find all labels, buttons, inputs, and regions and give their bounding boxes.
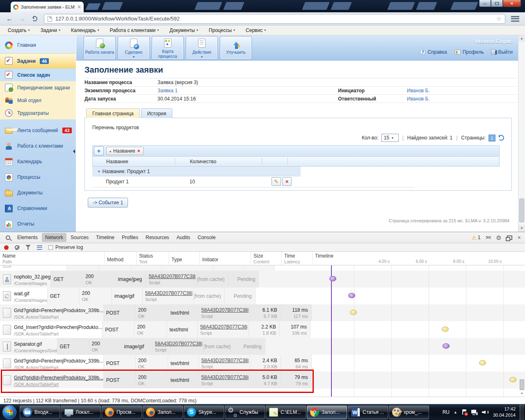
taskbar-button-firefox-1[interactable]: Просм... bbox=[102, 406, 142, 419]
collapse-group-icon[interactable]: ▾ bbox=[98, 169, 100, 173]
timeline-request-dot[interactable] bbox=[442, 326, 449, 332]
help-link[interactable]: ?Справка bbox=[420, 49, 447, 55]
taskbar-button-services[interactable]: Службы bbox=[225, 406, 265, 419]
taskbar-button-notepad[interactable]: C:\ELM... bbox=[266, 406, 306, 419]
scroll-up-icon[interactable]: ▲ bbox=[518, 35, 525, 42]
sidebar-section-tasks[interactable]: Задачи 46 bbox=[0, 53, 76, 68]
network-request-row-highlighted[interactable]: Grid?gridId=PerechenjProduktov_339b.../S… bbox=[0, 372, 525, 388]
sidebar-item-task-list[interactable]: Список задач bbox=[0, 68, 76, 81]
initiator-link[interactable]: 58A43D207B077C388... bbox=[201, 307, 249, 313]
devtools-tab-profiles[interactable]: Profiles bbox=[119, 233, 142, 242]
scroll-thumb[interactable] bbox=[519, 199, 524, 222]
instance-link[interactable]: Заявка 1 bbox=[158, 88, 178, 94]
sidebar-item-documents[interactable]: Документы bbox=[0, 185, 76, 201]
dock-side-icon[interactable] bbox=[507, 235, 512, 240]
actions-button[interactable]: Действия bbox=[186, 36, 218, 59]
sidebar-item-message-feed[interactable]: Лента сообщений 43 bbox=[0, 123, 76, 138]
warnings-indicator[interactable]: 1 bbox=[472, 235, 480, 241]
sidebar-item-references[interactable]: Справочники bbox=[0, 201, 76, 216]
column-header-name[interactable]: NamePath bbox=[0, 252, 105, 265]
volume-icon[interactable] bbox=[482, 409, 489, 415]
preserve-log-checkbox[interactable] bbox=[48, 245, 53, 250]
window-minimize-button[interactable]: — bbox=[479, 0, 491, 7]
devtools-tab-sources[interactable]: Sources bbox=[67, 233, 92, 242]
initiator-link[interactable]: 58A43D207B077C388... bbox=[145, 290, 192, 296]
devtools-tab-timeline[interactable]: Timeline bbox=[93, 233, 118, 242]
filter-icon[interactable] bbox=[25, 245, 31, 250]
chrome-menu-icon[interactable] bbox=[511, 16, 519, 22]
action-center-flag-icon[interactable]: × bbox=[461, 409, 467, 415]
devtools-tab-network[interactable]: Network bbox=[42, 233, 66, 242]
initiator-link[interactable]: 58A43D207B077C388... bbox=[148, 274, 196, 279]
devtools-settings-icon[interactable]: ⚙ bbox=[496, 235, 501, 241]
show-hidden-icons[interactable]: ▲ bbox=[454, 410, 457, 414]
browser-tab[interactable]: Заполнение заявки - ELM ✕ bbox=[11, 2, 84, 12]
menu-tasks[interactable]: Задачи bbox=[35, 27, 66, 33]
network-tray-icon[interactable] bbox=[471, 409, 478, 415]
initiator-link[interactable]: 58A43D207B077C388... bbox=[201, 374, 249, 380]
network-request-row[interactable]: Grid?gridId=PerechenjProduktov_339b.../S… bbox=[0, 304, 525, 321]
reload-button[interactable] bbox=[32, 16, 37, 21]
start-button[interactable] bbox=[2, 405, 16, 419]
timeline-request-dot[interactable] bbox=[350, 310, 357, 315]
page-number-button[interactable]: 1 bbox=[488, 135, 495, 142]
add-row-button[interactable]: + bbox=[94, 146, 104, 155]
sidebar-item-reports[interactable]: Отчеты bbox=[0, 216, 76, 232]
refresh-icon[interactable] bbox=[498, 135, 504, 141]
initiator-link[interactable]: Иванов Б. bbox=[407, 88, 430, 94]
sidebar-item-home[interactable]: Главная bbox=[0, 35, 76, 53]
taskbar-button-skype[interactable]: Skype... bbox=[184, 406, 224, 419]
page-scrollbar[interactable]: ▲ ▼ bbox=[518, 35, 525, 232]
show-desktop-button[interactable] bbox=[520, 404, 524, 420]
back-button[interactable]: ← bbox=[6, 15, 13, 22]
group-by-chip[interactable]: ▴ Название × bbox=[106, 147, 144, 155]
sidebar-item-my-department[interactable]: Мой отдел bbox=[0, 94, 76, 107]
bookmark-star-icon[interactable]: ☆ bbox=[496, 15, 502, 23]
menu-processes[interactable]: Процессы bbox=[203, 27, 240, 33]
initiator-link[interactable]: 58A43D207B077C388... bbox=[201, 358, 249, 363]
timeline-request-dot[interactable] bbox=[329, 276, 336, 281]
product-row[interactable]: Продукт 1 10 ✎ × bbox=[92, 176, 415, 187]
devtools-tab-console[interactable]: Console bbox=[194, 233, 219, 242]
devtools-tab-resources[interactable]: Resources bbox=[142, 233, 172, 242]
event-1-button[interactable]: -> Событие 1 bbox=[88, 198, 128, 208]
logout-link[interactable]: Выйти bbox=[491, 49, 513, 55]
done-button[interactable]: Сделано bbox=[118, 36, 150, 59]
menu-crm[interactable]: Работа с клиентами bbox=[105, 27, 164, 33]
taskbar-button-explorer[interactable]: Локал... bbox=[61, 406, 101, 419]
menu-service[interactable]: Сервис bbox=[240, 27, 271, 33]
devtools-close-icon[interactable]: × bbox=[518, 234, 521, 241]
sidebar-item-periodic-tasks[interactable]: Периодические задачи bbox=[0, 81, 76, 94]
profile-link[interactable]: Профиль bbox=[454, 49, 484, 55]
network-request-row[interactable]: nophoto_32.jpeg/Content/Images GET 200OK… bbox=[0, 271, 525, 288]
column-header-time[interactable]: TimeLatency bbox=[282, 252, 313, 265]
use-small-rows-icon[interactable] bbox=[37, 245, 42, 250]
taskbar-button-thunderbird[interactable]: Входя... bbox=[20, 406, 60, 419]
tab-history[interactable]: История bbox=[141, 108, 173, 118]
initiator-link[interactable]: 58A43D207B077C388... bbox=[155, 341, 202, 347]
sidebar-item-processes[interactable]: Процессы bbox=[0, 169, 76, 185]
menu-create[interactable]: Создать bbox=[2, 27, 35, 33]
taskbar-button-word[interactable]: Статья ... bbox=[348, 406, 388, 419]
delete-row-button[interactable]: × bbox=[282, 177, 292, 186]
process-map-button[interactable]: Карта процесса bbox=[152, 36, 184, 59]
scroll-down-icon[interactable]: ▼ bbox=[518, 225, 525, 232]
taskbar-button-firefox-2[interactable]: Запол... bbox=[143, 406, 183, 419]
window-maximize-button[interactable] bbox=[491, 0, 503, 7]
address-bar[interactable]: 127.0.0.1:8000/Workflow/WorkflowTask/Exe… bbox=[44, 14, 505, 24]
sidebar-item-timesheets[interactable]: Трудозатраты bbox=[0, 107, 76, 119]
sidebar-item-crm[interactable]: Работа с клиентами bbox=[0, 138, 76, 154]
network-request-row[interactable]: /Content/Images/Calendar OK Script 1 ms bbox=[0, 265, 525, 271]
record-network-log-icon[interactable] bbox=[4, 245, 9, 250]
clear-network-log-icon[interactable] bbox=[15, 245, 19, 250]
language-indicator[interactable]: RU bbox=[443, 409, 450, 415]
forward-button[interactable]: → bbox=[19, 15, 26, 22]
group-row[interactable]: ▾ Название: Продукт 1 bbox=[92, 167, 301, 176]
column-name[interactable]: Название bbox=[106, 159, 128, 164]
work-started-button[interactable]: Работа начата bbox=[84, 36, 116, 59]
timeline-request-dot[interactable] bbox=[479, 360, 486, 365]
column-header-status[interactable]: StatusText bbox=[137, 252, 169, 265]
column-header-method[interactable]: Method bbox=[105, 252, 137, 265]
devtools-tab-elements[interactable]: Elements bbox=[14, 233, 41, 242]
new-tab-button[interactable] bbox=[85, 3, 100, 10]
